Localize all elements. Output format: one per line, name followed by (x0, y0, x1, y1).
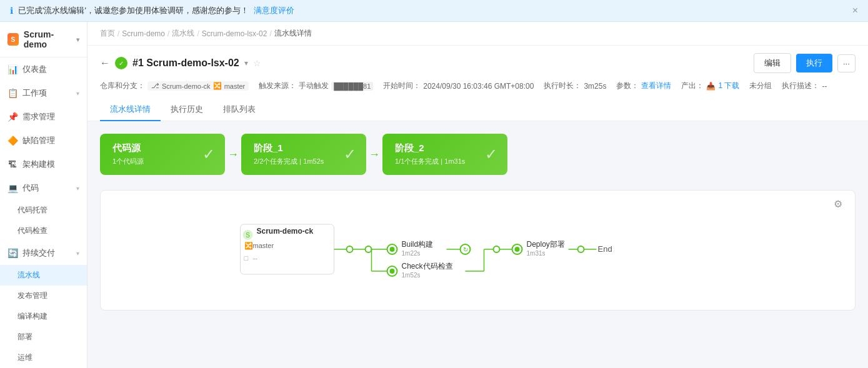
svg-point-7 (390, 247, 395, 252)
svg-text:S: S (246, 232, 250, 239)
stage-phase2[interactable]: 阶段_2 1/1个任务完成 | 1m31s ✓ (382, 134, 507, 175)
pipeline-svg: S Scrum-demo-ck 🔀 master □ -- (116, 206, 840, 293)
sidebar-item-deploy[interactable]: 部署 (0, 327, 87, 347)
junction-circle-1 (366, 246, 372, 252)
sidebar-item-ops[interactable]: 运维 (0, 347, 87, 368)
breadcrumb-sep-3: / (197, 29, 199, 38)
sidebar-label-deploy: 部署 (17, 332, 32, 342)
sidebar-item-dashboard[interactable]: 📊 仪表盘 (0, 57, 87, 81)
deploy-time: 1m31s (527, 250, 546, 257)
title-dropdown-icon[interactable]: ▾ (244, 59, 248, 67)
back-button[interactable]: ← (100, 57, 110, 69)
ci-cd-icon: 🔄 (7, 248, 17, 258)
notice-link[interactable]: 满意度评价 (254, 5, 294, 16)
meta-trigger: 触发来源： 手动触发 ██████81 (259, 81, 373, 91)
tab-exec-history[interactable]: 执行历史 (161, 99, 213, 121)
settings-button[interactable]: ⚙ (834, 198, 842, 210)
build-time: 1m22s (402, 250, 421, 257)
stage-phase2-name: 阶段_2 (395, 142, 495, 154)
edit-button[interactable]: 编辑 (754, 53, 791, 73)
check-label: Check代码检查 (402, 262, 453, 271)
stage-arrow-1: → (225, 134, 241, 175)
work-items-arrow-icon: ▾ (76, 90, 79, 97)
pipeline-diagram: ⚙ S Scrum-demo-ck 🔀 master □ -- (100, 190, 856, 311)
sidebar-item-code-check[interactable]: 代码检查 (0, 221, 87, 241)
svg-point-8 (390, 269, 395, 274)
stage-phase1[interactable]: 阶段_1 2/2个任务完成 | 1m52s ✓ (241, 134, 366, 175)
desc-label: 执行描述： (782, 81, 819, 91)
tab-pipeline-detail[interactable]: 流水线详情 (100, 99, 161, 121)
meta-group: 未分组 (749, 81, 772, 91)
sidebar-label-pipeline: 流水线 (17, 270, 40, 281)
sidebar-label-code-hosting: 代码托管 (17, 205, 47, 216)
ci-cd-arrow-icon: ▾ (76, 250, 79, 257)
stage-phase2-check-icon: ✓ (485, 146, 497, 163)
pipeline-content: 代码源 1个代码源 ✓ → 阶段_1 2/2个任务完成 | 1m52s ✓ → … (87, 121, 868, 368)
pipeline-number: #1 (132, 57, 144, 68)
commit-hash: ██████81 (331, 82, 373, 91)
sidebar-item-pipeline[interactable]: 流水线 (0, 265, 87, 286)
star-button[interactable]: ☆ (253, 58, 261, 68)
tab-queue-list[interactable]: 排队列表 (213, 99, 266, 121)
breadcrumb-current: 流水线详情 (274, 28, 312, 39)
defects-icon: 🔶 (7, 136, 17, 146)
svg-point-10 (515, 247, 520, 252)
sidebar-label-dashboard: 仪表盘 (22, 64, 47, 75)
svg-text:--: -- (253, 254, 258, 262)
page-header: ← ✓ #1 Scrum-demo-lsx-02 ▾ ☆ 编辑 执行 ··· (87, 46, 868, 121)
dot-pre-end (578, 246, 584, 252)
breadcrumb-scrum[interactable]: Scrum-demo (122, 29, 165, 38)
app-name: Scrum-demo (24, 29, 71, 49)
breadcrumb-pipeline-name[interactable]: Scrum-demo-lsx-02 (202, 29, 267, 38)
sidebar-header: S Scrum-demo ▾ (0, 22, 87, 57)
breadcrumb-home[interactable]: 首页 (100, 28, 115, 39)
code-icon: 💻 (7, 183, 17, 193)
sidebar-label-code-check: 代码检查 (17, 226, 47, 236)
sidebar-item-architecture[interactable]: 🏗 架构建模 (0, 152, 87, 176)
info-icon: ℹ (10, 6, 13, 16)
svg-text:□: □ (244, 254, 249, 262)
stage-arrow-2: → (366, 134, 382, 175)
meta-duration: 执行时长： 3m25s (544, 81, 606, 91)
trigger-label: 触发来源： (259, 81, 296, 91)
branch-name: master (224, 82, 246, 90)
page-header-left: ← ✓ #1 Scrum-demo-lsx-02 ▾ ☆ (100, 57, 261, 69)
start-time-label: 开始时间： (383, 81, 421, 91)
sidebar-item-code[interactable]: 💻 代码 ▾ (0, 176, 87, 200)
sidebar-label-release: 发布管理 (17, 291, 47, 301)
stages-container: 代码源 1个代码源 ✓ → 阶段_1 2/2个任务完成 | 1m52s ✓ → … (100, 134, 856, 175)
sidebar-item-defects[interactable]: 🔶 缺陷管理 (0, 129, 87, 152)
sidebar-item-work-items[interactable]: 📋 工作项 ▾ (0, 81, 87, 105)
breadcrumb-sep-2: / (167, 29, 169, 38)
run-button[interactable]: 执行 (796, 54, 832, 72)
desc-value: -- (822, 82, 827, 91)
sidebar-item-compile-build[interactable]: 编译构建 (0, 306, 87, 327)
duration-label: 执行时长： (544, 81, 581, 91)
group-value: 未分组 (749, 81, 772, 91)
requirements-icon: 📌 (7, 112, 17, 122)
more-button[interactable]: ··· (837, 54, 856, 72)
sidebar-label-defects: 缺陷管理 (22, 135, 55, 146)
stage-source-meta: 1个代码源 (112, 157, 212, 166)
svg-text:↻: ↻ (463, 246, 468, 253)
sidebar-item-code-hosting[interactable]: 代码托管 (0, 200, 87, 221)
sidebar-item-requirements[interactable]: 📌 需求管理 (0, 105, 87, 129)
breadcrumb-sep-1: / (117, 29, 119, 38)
output-link[interactable]: 1 下载 (718, 81, 739, 91)
sidebar-item-ci-cd[interactable]: 🔄 持续交付 ▾ (0, 241, 87, 265)
stage-source[interactable]: 代码源 1个代码源 ✓ (100, 134, 225, 175)
repo-badge: ⎇ Scrum-demo-ck 🔀 master (147, 81, 249, 91)
notice-text: 已完成'流水线编辑'，诚邀您参加使用体验调研，感谢您的参与！ (18, 5, 249, 16)
sidebar-label-work-items: 工作项 (22, 87, 47, 99)
sidebar: S Scrum-demo ▾ 📊 仪表盘 📋 工作项 ▾ 📌 需求管理 (0, 22, 87, 368)
sidebar-item-release[interactable]: 发布管理 (0, 286, 87, 306)
breadcrumb-pipeline[interactable]: 流水线 (172, 28, 194, 39)
meta-params: 参数： 查看详情 (616, 81, 671, 91)
notice-close-button[interactable]: × (852, 5, 858, 16)
output-icon: 📥 (706, 82, 716, 91)
meta-output: 产出： 📥 1 下载 (681, 81, 739, 91)
meta-desc: 执行描述： -- (782, 81, 827, 91)
end-label: End (598, 244, 612, 254)
params-link[interactable]: 查看详情 (641, 81, 671, 91)
duration-value: 3m25s (584, 82, 606, 91)
